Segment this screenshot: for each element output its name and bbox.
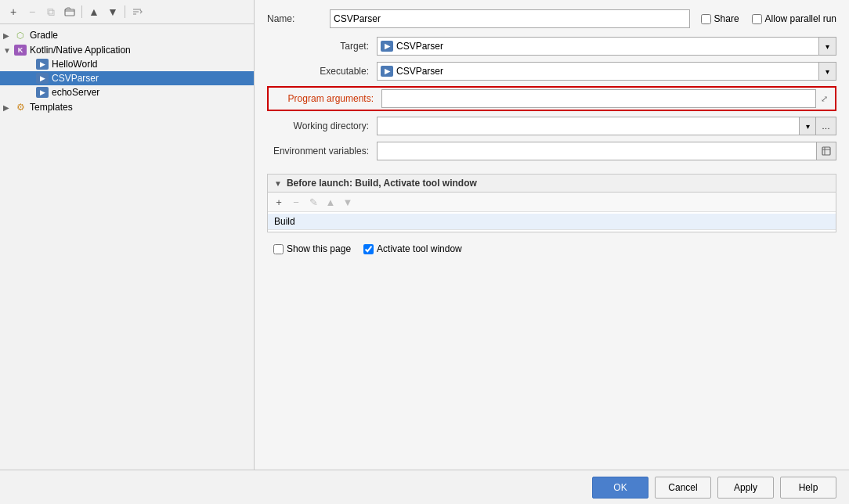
tree-item-templates[interactable]: ▶ ⚙ Templates — [0, 99, 254, 115]
before-launch-section: ▼ Before launch: Build, Activate tool wi… — [267, 174, 836, 232]
tree-item-kotlin[interactable]: ▼ K Kotlin/Native Application — [0, 43, 254, 57]
target-value: CSVParser — [396, 41, 443, 52]
svg-rect-4 — [822, 147, 830, 155]
kotlin-arrow: ▼ — [3, 46, 14, 55]
templates-arrow: ▶ — [3, 103, 14, 112]
gradle-arrow: ▶ — [3, 31, 14, 40]
activate-tool-label[interactable]: Activate tool window — [363, 243, 462, 254]
parallel-checkbox-label[interactable]: Allow parallel run — [752, 13, 836, 24]
target-control: ▶ CSVParser ▾ — [377, 37, 836, 56]
remove-config-button[interactable]: − — [23, 3, 41, 20]
executable-combo[interactable]: ▶ CSVParser — [377, 62, 819, 81]
cancel-button[interactable]: Cancel — [655, 477, 711, 499]
working-dir-control: ▾ … — [377, 117, 836, 135]
parallel-checkbox[interactable] — [752, 14, 762, 24]
templates-icon: ⚙ — [14, 101, 27, 113]
share-checkbox[interactable] — [701, 14, 711, 24]
before-launch-title: Before launch: Build, Activate tool wind… — [287, 178, 477, 189]
bl-add-button[interactable]: + — [271, 194, 287, 210]
folder-config-button[interactable] — [61, 3, 78, 20]
program-args-label: Program arguments: — [272, 93, 381, 104]
hello-label: HelloWorld — [52, 59, 97, 70]
add-config-button[interactable]: + — [5, 3, 22, 20]
move-down-button[interactable]: ▼ — [104, 3, 121, 20]
executable-value: CSVParser — [396, 66, 443, 77]
name-field-label: Name: — [267, 13, 330, 24]
program-args-row: Program arguments: ⤢ — [267, 86, 836, 111]
working-dir-dropdown-btn[interactable]: ▾ — [799, 117, 816, 135]
hello-run-icon: ▶ — [36, 59, 49, 70]
header-checkboxes: Share Allow parallel run — [701, 13, 836, 24]
bl-down-button[interactable]: ▼ — [340, 194, 356, 210]
env-vars-input[interactable] — [377, 142, 816, 160]
show-page-checkbox[interactable] — [273, 244, 284, 254]
apply-button[interactable]: Apply — [717, 477, 774, 499]
parallel-label: Allow parallel run — [765, 13, 836, 24]
working-dir-input[interactable] — [377, 117, 799, 135]
templates-label: Templates — [30, 102, 73, 113]
tree-item-helloworld[interactable]: ▶ HelloWorld — [0, 57, 254, 71]
activate-tool-checkbox[interactable] — [363, 244, 374, 254]
ok-button[interactable]: OK — [592, 477, 648, 499]
env-vars-row: Environment variables: — [267, 141, 836, 161]
share-label: Share — [714, 13, 739, 24]
target-dropdown-btn[interactable]: ▾ — [819, 37, 836, 56]
target-row: Target: ▶ CSVParser ▾ — [267, 36, 836, 56]
kotlin-icon: K — [14, 45, 27, 56]
gradle-label: Gradle — [30, 30, 58, 41]
name-input[interactable] — [330, 9, 690, 28]
toolbar-sep — [81, 5, 82, 18]
before-launch-toolbar: + − ✎ ▲ ▼ — [268, 193, 836, 212]
right-panel: Name: Share Allow parallel run Target: — [255, 0, 849, 470]
svg-rect-0 — [65, 9, 74, 16]
kotlin-label: Kotlin/Native Application — [30, 45, 131, 56]
target-label: Target: — [267, 41, 377, 52]
tree-item-echoserver[interactable]: ▶ echoServer — [0, 85, 254, 99]
bl-remove-button[interactable]: − — [288, 194, 304, 210]
footer: OK Cancel Apply Help — [0, 470, 849, 504]
target-icon: ▶ — [381, 41, 393, 52]
env-vars-control — [377, 142, 836, 160]
bl-up-button[interactable]: ▲ — [323, 194, 338, 210]
executable-row: Executable: ▶ CSVParser ▾ — [267, 61, 836, 81]
executable-dropdown-btn[interactable]: ▾ — [819, 62, 836, 81]
bl-edit-button[interactable]: ✎ — [305, 194, 321, 210]
csv-run-icon: ▶ — [36, 73, 49, 84]
program-args-expand-btn[interactable]: ⤢ — [816, 89, 832, 108]
gradle-icon: ⬡ — [14, 29, 27, 41]
echo-label: echoServer — [52, 87, 99, 98]
sort-button[interactable] — [128, 3, 146, 20]
program-args-input[interactable] — [381, 89, 816, 108]
env-vars-browse-btn[interactable] — [816, 142, 836, 160]
echo-run-icon: ▶ — [36, 87, 49, 98]
form-grid: Target: ▶ CSVParser ▾ Executable: ▶ CSV — [267, 36, 836, 161]
config-tree: ▶ ⬡ Gradle ▼ K Kotlin/Native Application… — [0, 24, 254, 470]
before-launch-header[interactable]: ▼ Before launch: Build, Activate tool wi… — [268, 175, 836, 193]
activate-tool-text: Activate tool window — [377, 243, 462, 254]
bottom-checkboxes: Show this page Activate tool window — [267, 239, 836, 259]
toolbar-sep2 — [125, 5, 125, 18]
bl-build-item[interactable]: Build — [268, 214, 836, 230]
show-page-label[interactable]: Show this page — [273, 243, 351, 254]
tree-item-gradle[interactable]: ▶ ⬡ Gradle — [0, 27, 254, 43]
program-args-control: ⤢ — [381, 89, 832, 108]
executable-icon: ▶ — [381, 66, 393, 77]
csv-label: CSVParser — [52, 73, 99, 84]
working-dir-label: Working directory: — [267, 121, 377, 131]
env-vars-label: Environment variables: — [267, 146, 377, 157]
name-row: Name: Share Allow parallel run — [267, 9, 836, 28]
show-page-text: Show this page — [287, 243, 351, 254]
move-up-button[interactable]: ▲ — [85, 3, 103, 20]
left-panel: + − ⧉ ▲ ▼ — [0, 0, 255, 470]
share-checkbox-label[interactable]: Share — [701, 13, 739, 24]
before-launch-list: Build — [268, 212, 836, 232]
left-toolbar: + − ⧉ ▲ ▼ — [0, 0, 254, 24]
help-button[interactable]: Help — [780, 477, 836, 499]
before-launch-arrow: ▼ — [274, 179, 282, 188]
working-dir-browse-btn[interactable]: … — [816, 117, 836, 135]
copy-config-button[interactable]: ⧉ — [42, 3, 60, 20]
working-dir-row: Working directory: ▾ … — [267, 116, 836, 136]
executable-label: Executable: — [267, 66, 377, 77]
target-combo[interactable]: ▶ CSVParser — [377, 37, 819, 56]
tree-item-csvparser[interactable]: ▶ CSVParser — [0, 71, 254, 85]
